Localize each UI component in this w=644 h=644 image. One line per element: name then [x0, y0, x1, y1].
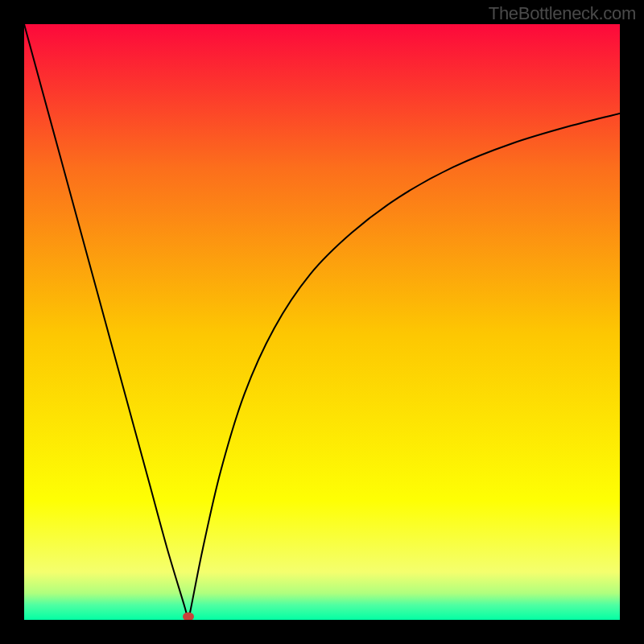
plot-area: [24, 24, 620, 620]
minimum-marker: [183, 613, 194, 620]
curve-path: [24, 24, 620, 620]
watermark-text: TheBottleneck.com: [489, 3, 636, 24]
bottleneck-curve: [24, 24, 620, 620]
